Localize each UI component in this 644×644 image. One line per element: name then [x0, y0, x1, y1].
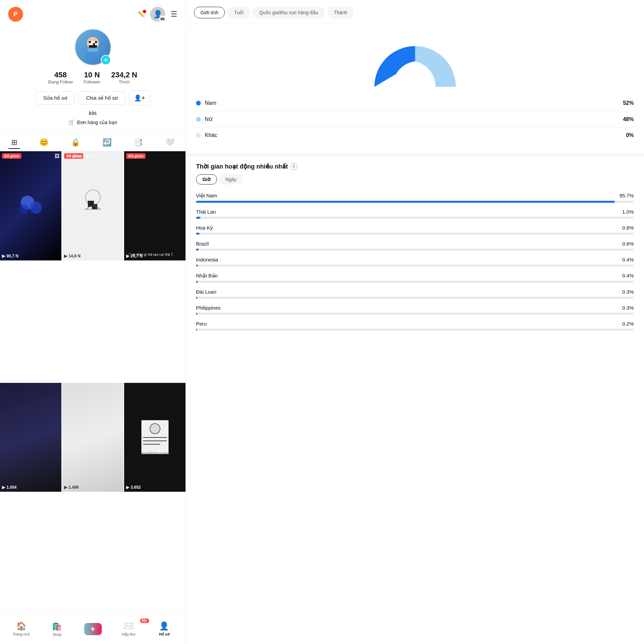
country-taiwan-header: Đài Loan 0.3%: [196, 289, 634, 295]
tab-bookmark[interactable]: 📑: [131, 137, 145, 149]
p-icon[interactable]: P: [8, 7, 23, 22]
gender-nam-left: Nam: [196, 100, 216, 106]
play-count-2: ▶14,8 N: [64, 254, 80, 258]
svg-rect-9: [89, 45, 97, 48]
order-text: Đơn hàng của bạn: [77, 120, 117, 125]
country-thailand-header: Thái Lan 1.0%: [196, 209, 634, 215]
video-thumb-3[interactable]: 🎵 m nhìn gì mà rạo rực thế 7. Đã ghim ▶2…: [124, 151, 186, 260]
following-stat[interactable]: 458 Đang Follow: [48, 71, 73, 84]
play-count-3: ▶20,7 N: [126, 254, 142, 258]
avatar-wrap[interactable]: 👤 99: [150, 7, 165, 22]
svg-rect-21: [143, 437, 167, 438]
bar-fill-brazil: [196, 249, 199, 251]
bar-bg-vietnam: [196, 201, 634, 203]
nav-shop[interactable]: 🛍️ Shop: [39, 622, 75, 637]
edit-profile-button[interactable]: Sửa hồ sơ: [35, 91, 75, 105]
add-button[interactable]: +: [84, 623, 102, 635]
gender-legend: Nam 52% Nữ 48% Khác 0%: [186, 92, 644, 153]
video-content-svg-1: [17, 189, 44, 223]
video-sketch-svg: [78, 186, 108, 226]
svg-rect-5: [89, 43, 91, 45]
bar-fill-usa: [196, 233, 199, 235]
gender-khac-pct: 0%: [626, 132, 634, 138]
time-tab-hour[interactable]: Giờ: [196, 174, 217, 184]
country-usa-header: Hoa Kỳ 0.8%: [196, 225, 634, 231]
time-tabs: Giờ Ngày: [196, 174, 634, 184]
country-brazil-header: Brazil 0.6%: [196, 241, 634, 247]
video-content-6: @SHAREWELKAISER: [124, 383, 186, 492]
video-thumb-4[interactable]: ▶1.004: [0, 383, 61, 492]
gender-nam-pct: 52%: [623, 100, 634, 106]
play-count-6: ▶3.652: [126, 485, 141, 490]
image-icon-1: 🖼: [55, 153, 59, 159]
share-profile-button[interactable]: Chia sẻ hồ sơ: [78, 91, 126, 105]
country-brazil-pct: 0.6%: [622, 241, 634, 247]
nav-profile[interactable]: 👤 Hồ sơ: [147, 621, 182, 637]
pinned-badge-3: Đã ghim: [126, 153, 145, 159]
right-panel: Giới tính Tuổi Quốc gia/khu vực hàng đầu…: [186, 0, 644, 644]
bottom-nav: 🏠 Trang chủ 🛍️ Shop + ✉️ 99+ Hộp thư 👤 H…: [0, 613, 186, 644]
add-profile-button[interactable]: +: [101, 55, 111, 65]
order-link[interactable]: 🛒 Đơn hàng của bạn: [68, 119, 117, 125]
svg-point-20: [150, 424, 160, 434]
gender-chart-svg: [364, 34, 466, 89]
action-buttons: Sửa hồ sơ Chia sẻ hồ sơ 👤+: [35, 91, 150, 105]
country-brazil: Brazil 0.6%: [196, 241, 634, 251]
nav-add[interactable]: +: [75, 623, 111, 635]
video-content-4: [0, 383, 61, 492]
country-usa-pct: 0.8%: [622, 225, 634, 231]
play-count-5: ▶1.499: [64, 485, 79, 490]
bar-fill-peru: [196, 329, 197, 331]
profile-avatar-wrap: +: [74, 28, 112, 66]
svg-text:@SHAREWELKAISER: @SHAREWELKAISER: [141, 452, 170, 455]
inbox-badge-count: 99+: [140, 619, 149, 623]
country-brazil-name: Brazil: [196, 241, 209, 247]
tab-grid[interactable]: ⊞: [8, 137, 20, 149]
nav-inbox[interactable]: ✉️ 99+ Hộp thư: [111, 621, 146, 637]
country-japan: Nhật Bản 0.4%: [196, 273, 634, 283]
bar-fill-philippines: [196, 313, 197, 315]
country-philippines-pct: 0.3%: [622, 305, 634, 311]
video-thumb-5[interactable]: ▶1.499: [62, 383, 123, 492]
filter-tab-country[interactable]: Quốc gia/khu vực hàng đầu: [253, 7, 325, 18]
tab-repost[interactable]: ↩️: [100, 137, 114, 149]
add-friend-button[interactable]: 👤+: [129, 91, 150, 105]
video-thumb-1[interactable]: Đã ghim 🖼 ▶90,7 N: [0, 151, 61, 260]
pencil-button[interactable]: ✏️: [138, 11, 145, 18]
gender-khac: Khác 0%: [196, 128, 634, 143]
bar-bg-japan: [196, 281, 634, 283]
svg-point-14: [19, 204, 29, 214]
tab-emoji[interactable]: 😊: [37, 137, 51, 149]
filter-tab-city[interactable]: Thành: [327, 7, 354, 18]
nav-home-label: Trang chủ: [13, 632, 30, 637]
nav-home[interactable]: 🏠 Trang chủ: [3, 621, 39, 637]
video-text-2: ? What's on your: [69, 154, 99, 159]
cart-icon: 🛒: [68, 119, 75, 125]
filter-tab-age[interactable]: Tuổi: [228, 7, 250, 18]
filter-tabs: Giới tính Tuổi Quốc gia/khu vực hàng đầu…: [186, 0, 644, 24]
bar-fill-japan: [196, 281, 198, 283]
info-icon[interactable]: ℹ: [291, 163, 297, 170]
country-thailand: Thái Lan 1.0%: [196, 209, 634, 219]
notification-dot: [143, 10, 146, 13]
gender-nu-left: Nữ: [196, 116, 212, 122]
country-indonesia-header: Indonesia 0.4%: [196, 257, 634, 262]
tab-lock[interactable]: 🔒: [68, 137, 83, 149]
country-japan-header: Nhật Bản 0.4%: [196, 273, 634, 279]
country-thailand-pct: 1.0%: [622, 209, 634, 215]
video-content-5: [62, 383, 123, 492]
video-thumb-2[interactable]: ? What's on your Đã ghim ▶14,8 N: [62, 151, 123, 260]
video-thumb-6[interactable]: @SHAREWELKAISER ▶3.652: [124, 383, 186, 492]
country-vietnam-name: Việt Nam: [196, 193, 217, 199]
hamburger-button[interactable]: ☰: [171, 10, 177, 19]
username: kiis: [89, 110, 97, 116]
filter-tab-gender[interactable]: Giới tính: [194, 7, 225, 18]
country-philippines: Philippines 0.3%: [196, 305, 634, 315]
likes-stat[interactable]: 234,2 N Thích: [111, 71, 137, 84]
time-tab-day[interactable]: Ngày: [219, 174, 243, 184]
country-japan-name: Nhật Bản: [196, 273, 218, 279]
followers-stat[interactable]: 10 N Follower: [84, 71, 100, 84]
dot-nam: [196, 101, 201, 105]
tab-heart[interactable]: 🤍: [162, 137, 177, 149]
svg-rect-23: [143, 444, 160, 445]
